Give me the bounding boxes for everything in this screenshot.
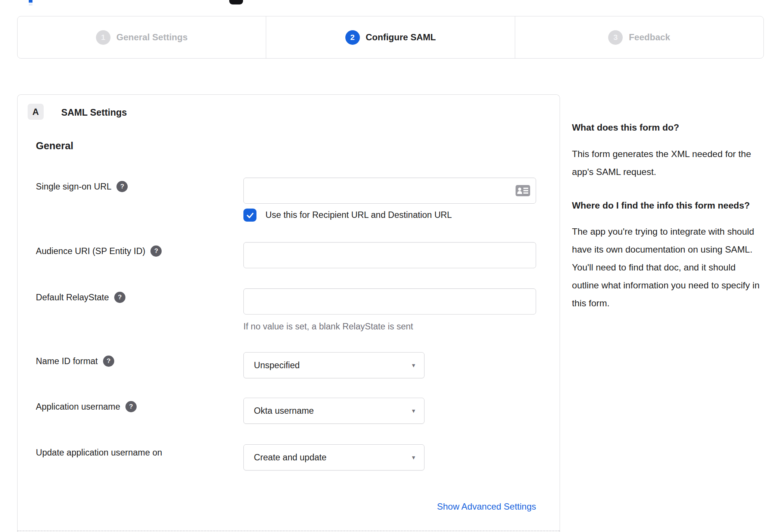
application-username-label-text: Application username bbox=[36, 402, 120, 412]
dropdown-arrow-icon: ▾ bbox=[412, 407, 415, 415]
help-icon[interactable]: ? bbox=[150, 245, 162, 257]
help-icon[interactable]: ? bbox=[114, 292, 125, 303]
step-configure-saml[interactable]: 2 Configure SAML bbox=[266, 16, 514, 58]
name-id-format-label: Name ID format ? bbox=[36, 356, 114, 367]
help-icon[interactable]: ? bbox=[125, 401, 137, 412]
relaystate-input[interactable] bbox=[244, 289, 536, 314]
dropdown-arrow-icon: ▾ bbox=[412, 454, 415, 461]
step-2-label: Configure SAML bbox=[366, 32, 436, 43]
update-username-value: Create and update bbox=[254, 453, 412, 463]
name-id-format-label-text: Name ID format bbox=[36, 356, 98, 366]
application-username-label: Application username ? bbox=[36, 401, 137, 412]
help-icon[interactable]: ? bbox=[103, 356, 114, 367]
application-username-value: Okta username bbox=[254, 406, 412, 416]
help-icon[interactable]: ? bbox=[116, 181, 128, 192]
contact-card-icon[interactable] bbox=[516, 185, 530, 196]
sso-url-label-text: Single sign-on URL bbox=[36, 182, 111, 192]
clipped-blue-fragment bbox=[29, 0, 32, 3]
checkmark-icon bbox=[246, 211, 254, 219]
name-id-format-select[interactable]: Unspecified ▾ bbox=[243, 352, 424, 378]
relaystate-label-text: Default RelayState bbox=[36, 292, 109, 303]
dashed-divider bbox=[18, 531, 560, 531]
sidebar-answer-1: This form generates the XML needed for t… bbox=[572, 145, 765, 181]
audience-uri-label-text: Audience URI (SP Entity ID) bbox=[36, 246, 145, 256]
clipped-logo-fragment bbox=[229, 0, 243, 4]
audience-uri-label: Audience URI (SP Entity ID) ? bbox=[36, 245, 162, 257]
application-username-select[interactable]: Okta username ▾ bbox=[243, 398, 424, 424]
sidebar-question-1: What does this form do? bbox=[572, 121, 765, 134]
recipient-url-checkbox[interactable] bbox=[243, 209, 256, 222]
update-username-label: Update application username on bbox=[36, 448, 162, 458]
step-general-settings[interactable]: 1 General Settings bbox=[18, 16, 266, 58]
audience-uri-input-wrap bbox=[243, 242, 536, 268]
section-a-badge: A bbox=[28, 104, 44, 120]
recipient-url-checkbox-row: Use this for Recipient URL and Destinati… bbox=[243, 209, 452, 222]
name-id-format-value: Unspecified bbox=[254, 360, 412, 370]
panel-title: SAML Settings bbox=[61, 107, 127, 118]
relaystate-label: Default RelayState ? bbox=[36, 292, 125, 303]
relaystate-hint: If no value is set, a blank RelayState i… bbox=[243, 322, 413, 332]
step-feedback[interactable]: 3 Feedback bbox=[515, 16, 763, 58]
saml-settings-panel: A SAML Settings General Single sign-on U… bbox=[17, 94, 560, 532]
audience-uri-input[interactable] bbox=[244, 242, 536, 268]
step-1-label: General Settings bbox=[116, 32, 188, 43]
step-3-circle: 3 bbox=[608, 30, 623, 45]
dropdown-arrow-icon: ▾ bbox=[412, 362, 415, 369]
update-username-label-text: Update application username on bbox=[36, 448, 162, 458]
sso-url-label: Single sign-on URL ? bbox=[36, 181, 128, 192]
sidebar-question-2: Where do I find the info this form needs… bbox=[572, 197, 765, 214]
update-username-select[interactable]: Create and update ▾ bbox=[243, 444, 424, 470]
sso-url-input-wrap bbox=[243, 178, 536, 204]
sidebar-answer-2: The app you're trying to integrate with … bbox=[572, 223, 765, 312]
sso-url-input[interactable] bbox=[244, 178, 536, 203]
help-sidebar: What does this form do? This form genera… bbox=[572, 121, 765, 329]
step-2-circle: 2 bbox=[345, 30, 360, 45]
recipient-url-checkbox-label: Use this for Recipient URL and Destinati… bbox=[265, 210, 452, 220]
general-section-title: General bbox=[36, 140, 74, 152]
page: 1 General Settings 2 Configure SAML 3 Fe… bbox=[0, 0, 781, 532]
step-3-label: Feedback bbox=[629, 32, 670, 43]
relaystate-input-wrap bbox=[243, 288, 536, 314]
clipped-blue-fragment-light bbox=[29, 3, 32, 6]
step-1-circle: 1 bbox=[96, 30, 111, 45]
wizard-stepper: 1 General Settings 2 Configure SAML 3 Fe… bbox=[17, 16, 764, 59]
show-advanced-settings-link[interactable]: Show Advanced Settings bbox=[243, 501, 536, 512]
